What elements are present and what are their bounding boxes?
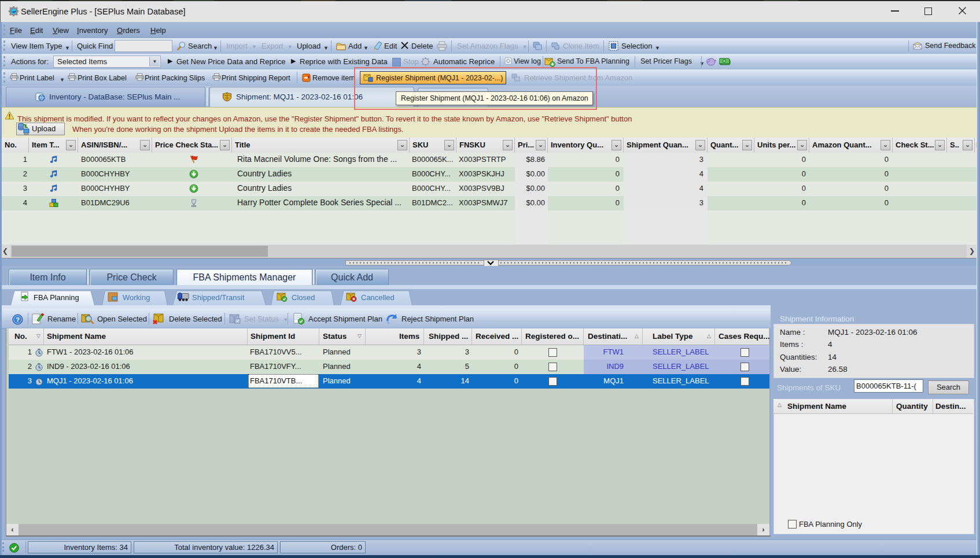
svg-text:?: ? [16,316,20,323]
